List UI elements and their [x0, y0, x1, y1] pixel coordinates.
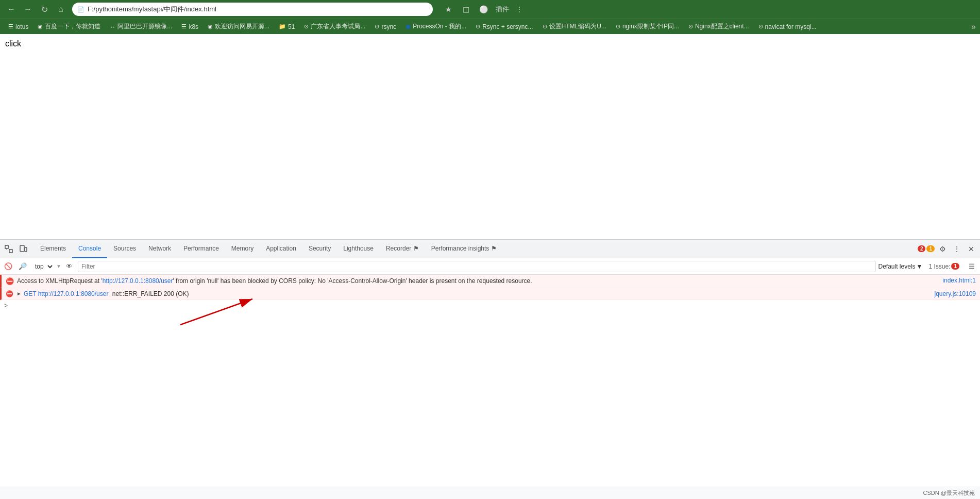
error-text-2: GET http://127.0.0.1:8080/user net::ERR_…: [24, 290, 935, 297]
console-eye-button[interactable]: 👁: [63, 260, 76, 273]
console-sidebar-button[interactable]: ☰: [966, 260, 978, 273]
devtools-left-icons: [2, 242, 30, 256]
cursor-prompt: >: [4, 302, 8, 309]
issue-count[interactable]: 1 Issue: 1: [924, 263, 964, 270]
tab-performance-insights[interactable]: Performance insights ⚑: [425, 240, 503, 258]
expand-arrow-icon[interactable]: ►: [16, 291, 22, 296]
bookmark-icon: ⊙: [616, 23, 620, 30]
menu-button[interactable]: ⋮: [512, 2, 527, 16]
home-button[interactable]: ⌂: [54, 2, 68, 16]
svg-rect-5: [25, 247, 27, 252]
tab-elements[interactable]: Elements: [34, 240, 72, 258]
bookmark-nginx-ip[interactable]: ⊙ nginx限制某个IP同...: [612, 21, 683, 32]
watermark-text: CSDN @景天科技苑: [923, 490, 975, 496]
bookmark-icon: ⊙: [375, 23, 379, 30]
devtools-tab-bar: Elements Console Sources Network Perform…: [0, 240, 980, 258]
bookmark-baidu[interactable]: ◉ 百度一下，你就知道: [33, 21, 105, 32]
bookmark-wangyi[interactable]: ◉ 欢迎访问网易开源...: [204, 21, 274, 32]
browser-titlebar: ← → ↻ ⌂ 📄 F:/pythonitems/myfastapi/中间件/i…: [0, 0, 980, 19]
issue-badge: 1: [951, 263, 959, 270]
bookmark-51[interactable]: 📁 51: [275, 22, 299, 31]
console-cursor-line: >: [0, 300, 980, 311]
error-text-1: Access to XMLHttpRequest at 'http://127.…: [17, 277, 942, 286]
extensions-label: 插件: [496, 5, 509, 14]
bookmark-alibaba[interactable]: ↔ 阿里巴巴开源镜像...: [106, 21, 176, 32]
tab-sources[interactable]: Sources: [107, 240, 142, 258]
error-link-2[interactable]: GET http://127.0.0.1:8080/user: [24, 290, 109, 297]
watermark-area: CSDN @景天科技苑: [0, 487, 980, 499]
console-toolbar: 🚫 🔎 top ▼ 👁 Default levels ▼ 1 Issue: 1 …: [0, 258, 980, 275]
bookmark-icon: ⊙: [543, 23, 547, 30]
bookmark-icon: ⊙: [304, 23, 309, 30]
bookmark-icon: ↔: [110, 24, 115, 30]
error-badge: 2: [918, 245, 926, 252]
svg-rect-1: [9, 250, 12, 253]
tab-recorder[interactable]: Recorder ⚑: [380, 240, 425, 258]
bookmark-icon: 📁: [279, 23, 286, 30]
profile-button[interactable]: ⚪: [476, 2, 491, 16]
bookmark-nginx-client[interactable]: ⊙ Nginx配置之client...: [684, 21, 753, 32]
error-source-2[interactable]: jquery.js:10109: [935, 290, 976, 297]
console-error-1: ⛔ Access to XMLHttpRequest at 'http://12…: [0, 275, 980, 288]
page-content: click: [0, 34, 980, 239]
bookmarks-bar: ☰ lotus ◉ 百度一下，你就知道 ↔ 阿里巴巴开源镜像... ☰ k8s …: [0, 19, 980, 34]
refresh-button[interactable]: ↻: [37, 2, 52, 16]
bookmark-icon: ◉: [38, 23, 43, 30]
tab-security[interactable]: Security: [302, 240, 337, 258]
bookmark-icon: ⊙: [758, 23, 763, 30]
bookmark-icon: ⊙: [688, 23, 693, 30]
bookmark-processon[interactable]: ▣ ProcessOn - 我的...: [401, 21, 470, 32]
tab-lighthouse[interactable]: Lighthouse: [337, 240, 380, 258]
dropdown-arrow-icon: ▼: [56, 263, 61, 269]
address-text: F:/pythonitems/myfastapi/中间件/index.html: [88, 5, 428, 14]
console-clear-button[interactable]: 🚫: [2, 260, 14, 273]
devtools-close-button[interactable]: ✕: [965, 242, 978, 256]
error-icon-1: ⛔: [6, 277, 14, 285]
tab-application[interactable]: Application: [260, 240, 302, 258]
devtools-settings-button[interactable]: ⚙: [936, 242, 949, 256]
tab-performance[interactable]: Performance: [177, 240, 225, 258]
bookmark-icon: ☰: [181, 23, 187, 30]
devtools-panel: Elements Console Sources Network Perform…: [0, 239, 980, 487]
back-button[interactable]: ←: [4, 2, 19, 16]
page-click-text: click: [5, 39, 21, 48]
address-bar[interactable]: 📄 F:/pythonitems/myfastapi/中间件/index.htm…: [72, 3, 433, 16]
tab-memory[interactable]: Memory: [225, 240, 260, 258]
console-messages: ⛔ Access to XMLHttpRequest at 'http://12…: [0, 275, 980, 487]
tab-network[interactable]: Network: [142, 240, 177, 258]
bookmark-icon: ◉: [208, 23, 213, 30]
devtools-device-button[interactable]: [16, 242, 30, 256]
console-error-2-container: ⛔ ► GET http://127.0.0.1:8080/user net::…: [0, 288, 980, 300]
bookmark-icon: ⊙: [476, 23, 480, 30]
bookmark-html-encode[interactable]: ⊙ 设置HTML编码为U...: [538, 21, 611, 32]
cast-button[interactable]: ◫: [459, 2, 473, 16]
bookmark-icon: ☰: [8, 23, 13, 30]
dropdown-chevron-icon: ▼: [917, 263, 923, 270]
devtools-inspect-button[interactable]: [2, 242, 15, 256]
bookmark-k8s[interactable]: ☰ k8s: [177, 22, 202, 31]
bookmark-navicat[interactable]: ⊙ navicat for mysql...: [754, 22, 821, 31]
nav-buttons: ← → ↻ ⌂: [4, 2, 68, 16]
default-levels-dropdown[interactable]: Default levels ▼: [878, 263, 922, 270]
bookmark-icon: ▣: [405, 23, 411, 30]
svg-rect-0: [5, 245, 8, 248]
bookmark-rsync[interactable]: ⊙ rsync: [370, 22, 400, 31]
error-source-1[interactable]: index.html:1: [942, 277, 976, 284]
devtools-more-button[interactable]: ⋮: [950, 242, 964, 256]
tab-console[interactable]: Console: [72, 240, 107, 258]
bookmark-guangdong[interactable]: ⊙ 广东省人事考试局...: [300, 21, 369, 32]
svg-rect-4: [20, 245, 24, 252]
file-icon: 📄: [77, 6, 85, 13]
warning-badge: 1: [926, 245, 935, 252]
devtools-right-icons: 2 1 ⚙ ⋮ ✕: [918, 242, 978, 256]
bookmark-rsync-sersync[interactable]: ⊙ Rsync + sersync...: [471, 22, 537, 31]
bookmark-star-button[interactable]: ★: [441, 2, 455, 16]
forward-button[interactable]: →: [21, 2, 35, 16]
console-filter-input[interactable]: [78, 261, 876, 272]
bookmarks-more-button[interactable]: »: [971, 22, 976, 31]
bookmark-lotus[interactable]: ☰ lotus: [4, 22, 32, 31]
console-filter-button[interactable]: 🔎: [16, 260, 29, 273]
error-link-1[interactable]: http://127.0.0.1:8080/user: [103, 277, 173, 285]
error-status-2: net::ERR_FAILED 200 (OK): [112, 290, 189, 297]
context-selector[interactable]: top: [31, 261, 54, 272]
